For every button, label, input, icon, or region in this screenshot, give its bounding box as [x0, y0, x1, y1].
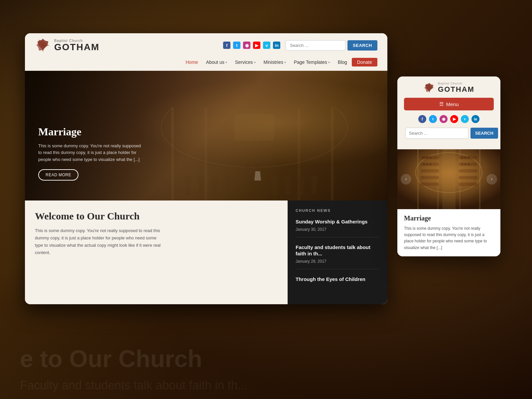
instagram-icon[interactable]: ◉ [243, 42, 250, 49]
svg-rect-6 [234, 114, 274, 141]
news-item-2[interactable]: Faculty and students talk about faith in… [296, 244, 379, 269]
svg-point-47 [423, 163, 425, 165]
svg-rect-42 [459, 176, 477, 179]
svg-rect-37 [421, 176, 439, 179]
svg-rect-41 [459, 169, 477, 173]
twitter-icon[interactable]: t [233, 42, 240, 49]
nav-item-ministries[interactable]: Ministries ▾ [260, 58, 289, 66]
bg-text-1: e to Our Church [20, 345, 202, 372]
mobile-logo-text: Baptist Church GOTHAM [438, 82, 474, 94]
svg-point-9 [198, 175, 205, 183]
svg-rect-32 [479, 149, 480, 209]
svg-point-45 [426, 157, 428, 159]
hero-title: Marriage [38, 126, 145, 138]
news-date-2: January 28, 2017 [296, 259, 379, 264]
mobile-header: Baptist Church GOTHAM ☰ Menu f t ◉ ▶ v i… [397, 76, 500, 149]
news-date-1: January 30, 2017 [296, 227, 379, 232]
svg-point-11 [210, 177, 218, 186]
vimeo-icon[interactable]: v [263, 42, 270, 49]
carousel-prev-button[interactable]: ‹ [401, 174, 411, 185]
svg-rect-27 [397, 149, 500, 209]
carousel-next-button[interactable]: › [486, 174, 497, 185]
svg-rect-8 [185, 185, 191, 195]
chevron-down-icon: ▾ [284, 61, 286, 64]
svg-rect-36 [421, 169, 439, 173]
mobile-card-title: Marriage [404, 214, 494, 222]
svg-point-50 [461, 157, 463, 159]
svg-point-17 [284, 175, 291, 184]
header-right: f t ◉ ▶ v in SEARCH [223, 40, 377, 51]
mobile-search-button[interactable]: SEARCH [470, 128, 498, 139]
donate-button[interactable]: Donate [352, 58, 377, 66]
svg-rect-35 [421, 163, 439, 166]
svg-rect-18 [285, 184, 290, 194]
svg-rect-31 [459, 149, 461, 209]
svg-rect-22 [312, 184, 317, 194]
welcome-title: Welcome to Our Church [35, 210, 278, 222]
svg-point-23 [244, 163, 251, 171]
svg-rect-2 [171, 107, 174, 200]
svg-rect-34 [421, 156, 439, 159]
svg-rect-33 [442, 149, 456, 209]
read-more-button[interactable]: READ MORE [38, 169, 78, 181]
news-item-1[interactable]: Sunday Worship & Gatherings January 30, … [296, 218, 379, 237]
svg-point-53 [461, 163, 463, 165]
linkedin-icon[interactable]: in [273, 42, 280, 49]
logo-icon [35, 37, 51, 53]
mobile-logo-area[interactable]: Baptist Church GOTHAM [404, 82, 494, 94]
svg-point-44 [423, 157, 425, 159]
mobile-youtube-icon[interactable]: ▶ [450, 115, 458, 123]
mobile-search-input[interactable] [405, 128, 468, 139]
mobile-twitter-icon[interactable]: t [429, 115, 437, 123]
svg-rect-5 [331, 107, 333, 200]
mobile-vimeo-icon[interactable]: v [461, 115, 469, 123]
mobile-linkedin-icon[interactable]: in [471, 115, 479, 123]
svg-rect-16 [272, 185, 277, 195]
svg-rect-39 [459, 156, 477, 159]
news-title-1: Sunday Worship & Gatherings [296, 218, 379, 225]
svg-rect-14 [225, 184, 230, 194]
mobile-facebook-icon[interactable]: f [418, 115, 426, 123]
church-news-panel: CHURCH NEWS Sunday Worship & Gatherings … [288, 200, 387, 304]
church-news-label: CHURCH NEWS [296, 208, 379, 212]
welcome-text: This is some dummy copy. You're not real… [35, 227, 161, 256]
mobile-menu-button[interactable]: ☰ Menu [404, 98, 494, 110]
search-button[interactable]: SEARCH [347, 40, 377, 51]
mobile-church-image [397, 149, 500, 209]
svg-point-21 [311, 176, 318, 184]
svg-rect-3 [204, 107, 207, 200]
svg-rect-38 [421, 183, 439, 186]
mobile-carousel-image: ‹ › [397, 149, 500, 209]
nav-item-about[interactable]: About us ▾ [203, 58, 230, 66]
logo-area[interactable]: Baptist Church GOTHAM [35, 37, 99, 53]
search-area: SEARCH [286, 40, 377, 51]
mobile-instagram-icon[interactable]: ◉ [440, 115, 448, 123]
svg-rect-29 [417, 149, 419, 209]
svg-point-52 [468, 157, 470, 159]
social-icons: f t ◉ ▶ v in [223, 42, 280, 49]
chevron-down-icon: ▾ [328, 61, 330, 64]
content-left: Welcome to Our Church This is some dummy… [25, 200, 288, 304]
svg-rect-40 [459, 163, 477, 166]
svg-point-28 [416, 153, 482, 193]
hero-text: This is some dummy copy. You're not real… [38, 143, 145, 163]
search-input[interactable] [286, 40, 345, 51]
nav-item-blog[interactable]: Blog [334, 58, 350, 66]
mobile-logo-title: GOTHAM [438, 85, 474, 94]
facebook-icon[interactable]: f [223, 42, 230, 49]
nav-item-services[interactable]: Services ▾ [232, 58, 259, 66]
nav-item-page-templates[interactable]: Page Templates ▾ [291, 58, 333, 66]
news-title-2: Faculty and students talk about faith in… [296, 244, 379, 257]
news-item-3[interactable]: Through the Eyes of Children [296, 276, 379, 290]
mobile-logo-icon [423, 82, 435, 94]
chevron-down-icon: ▾ [254, 61, 256, 64]
nav-item-home[interactable]: Home [182, 58, 201, 66]
svg-point-7 [184, 176, 192, 185]
svg-point-25 [254, 163, 261, 171]
people-silhouette [138, 107, 371, 200]
svg-rect-20 [298, 186, 304, 195]
logo-title: GOTHAM [54, 43, 99, 52]
mobile-card-content: Marriage This is some dummy copy. You're… [397, 209, 500, 256]
youtube-icon[interactable]: ▶ [253, 42, 260, 49]
svg-rect-30 [437, 149, 439, 209]
